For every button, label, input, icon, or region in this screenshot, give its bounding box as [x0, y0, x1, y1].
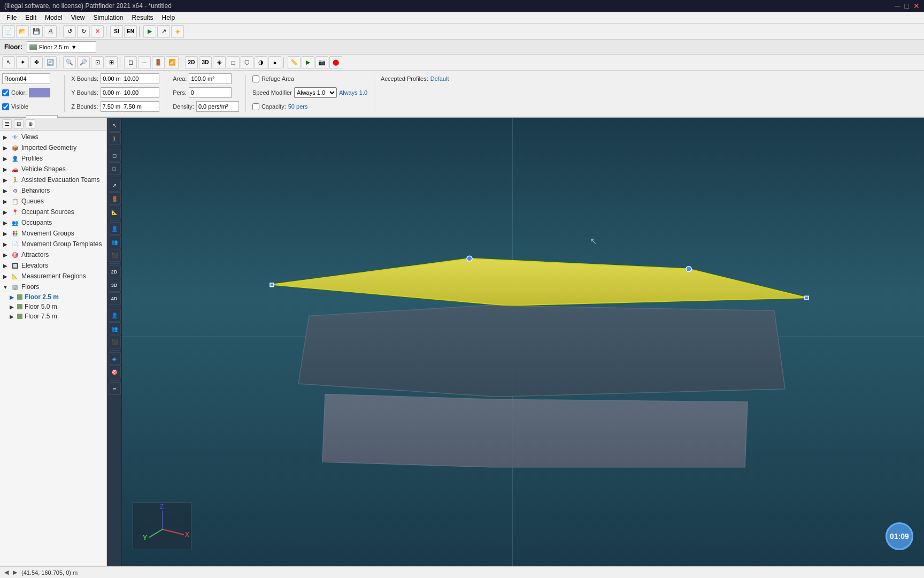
vtb-box[interactable]: ⬛ [108, 336, 121, 348]
tool-select2[interactable]: ✦ [16, 56, 29, 69]
tree-item-views[interactable]: ▶ 👁 Views [0, 132, 106, 142]
vtb-door[interactable]: 🚪 [108, 192, 121, 205]
density-input[interactable] [196, 101, 239, 112]
vtb-num-2d[interactable]: 2D [108, 265, 121, 278]
queues-expand[interactable]: ▶ [2, 198, 9, 204]
evac-teams-expand[interactable]: ▶ [2, 177, 9, 183]
tree-item-behaviors[interactable]: ▶ ⚙ Behaviors [0, 185, 106, 196]
tool-fit[interactable]: ⊡ [91, 56, 104, 69]
tool-iso[interactable]: ◈ [213, 56, 226, 69]
floor-7-5-expand[interactable]: ▶ [9, 313, 15, 320]
close-button[interactable]: ✕ [913, 2, 920, 10]
ybounds-input[interactable] [101, 87, 159, 98]
speed-modifier-select[interactable]: Always 1.0 [294, 87, 337, 98]
tool-orbit[interactable]: 🔄 [44, 56, 57, 69]
tree-item-movement-group-templates[interactable]: ▶ 📄 Movement Group Templates [0, 239, 106, 249]
tree-item-occupants[interactable]: ▶ 👥 Occupants [0, 217, 106, 228]
tool-shade-flat[interactable]: ◑ [255, 56, 267, 69]
menu-help[interactable]: Help [158, 13, 180, 22]
occupants-expand[interactable]: ▶ [2, 219, 9, 226]
floor-dropdown-arrow[interactable]: ▼ [71, 44, 77, 50]
color-swatch[interactable] [29, 88, 50, 97]
menu-view[interactable]: View [67, 13, 89, 22]
tool-camera[interactable]: 📷 [315, 56, 328, 69]
tree-item-queues[interactable]: ▶ 📋 Queues [0, 196, 106, 207]
vtb-group2[interactable]: 👥 [108, 322, 121, 335]
tool-shade-none[interactable]: □ [227, 56, 240, 69]
refuge-checkbox[interactable] [252, 75, 259, 82]
menu-edit[interactable]: Edit [21, 13, 41, 22]
vtb-person2[interactable]: 👤 [108, 222, 121, 235]
menu-model[interactable]: Model [41, 13, 67, 22]
room-name-input[interactable] [2, 73, 50, 84]
menu-results[interactable]: Results [128, 13, 158, 22]
color-checkbox[interactable] [2, 89, 9, 96]
vtb-move[interactable]: ⬛ [108, 249, 121, 262]
run-button[interactable]: ▶ [143, 25, 156, 38]
tool-shade-smooth[interactable]: ● [268, 56, 281, 69]
tree-item-floor-2-5[interactable]: ▶ Floor 2.5 m [6, 292, 106, 302]
tree-item-evac-teams[interactable]: ▶ 🏃 Assisted Evacuation Teams [0, 174, 106, 185]
undo-button[interactable]: ↺ [63, 25, 76, 38]
tool-draw-wall[interactable]: ─ [138, 56, 151, 69]
tool-zoom-in[interactable]: 🔍 [63, 56, 76, 69]
tree-item-occupant-sources[interactable]: ▶ 📍 Occupant Sources [0, 207, 106, 217]
tree-collapse[interactable]: ⊟ [14, 119, 24, 129]
floor-2-5-expand[interactable]: ▶ [9, 294, 15, 300]
vtb-group[interactable]: 👥 [108, 235, 121, 248]
pers-input[interactable] [189, 87, 232, 98]
attractors-expand[interactable]: ▶ [2, 252, 9, 258]
tree-item-imported-geo[interactable]: ▶ 📦 Imported Geometry [0, 142, 106, 153]
area-input[interactable] [189, 73, 232, 84]
tree-item-movement-groups[interactable]: ▶ 👫 Movement Groups [0, 228, 106, 239]
zbounds-input[interactable] [101, 101, 159, 112]
tree-item-measurement-regions[interactable]: ▶ 📐 Measurement Regions [0, 271, 106, 282]
accepted-profiles-value[interactable]: Default [430, 75, 449, 82]
vtb-person3[interactable]: 👤 [108, 309, 121, 322]
visible-checkbox[interactable] [2, 103, 9, 110]
vtb-meas[interactable]: 📐 [108, 206, 121, 218]
measurement-regions-expand[interactable]: ▶ [2, 273, 9, 279]
menu-file[interactable]: File [2, 13, 21, 22]
results-button[interactable]: ◈ [171, 25, 184, 38]
sim-button[interactable]: ↗ [157, 25, 170, 38]
status-forward[interactable]: ▶ [13, 569, 17, 576]
tool-anim-play[interactable]: ▶ [302, 56, 314, 69]
views-expand[interactable]: ▶ [2, 134, 9, 140]
speed-link[interactable]: Always 1.0 [339, 89, 367, 96]
tool-record[interactable]: ⬤ [329, 56, 342, 69]
minimize-button[interactable]: ─ [895, 2, 900, 10]
vtb-stair[interactable]: ↗ [108, 179, 121, 192]
tool-draw-room[interactable]: ◻ [124, 56, 137, 69]
stop-button[interactable]: ✕ [91, 25, 104, 38]
3d-viewport[interactable]: ↖ X Y Z 01:09 [122, 118, 924, 566]
en-button[interactable]: EN [124, 25, 137, 38]
elevators-expand[interactable]: ▶ [2, 262, 9, 269]
imported-geo-expand[interactable]: ▶ [2, 144, 9, 151]
xbounds-input[interactable] [101, 73, 159, 84]
floors-expand[interactable]: ▼ [2, 284, 9, 290]
tool-draw-stair[interactable]: 📶 [166, 56, 179, 69]
vtb-num-iso[interactable]: 4D [108, 292, 121, 305]
capacity-value[interactable]: 50 pers [288, 103, 308, 110]
tool-measure[interactable]: 📏 [288, 56, 301, 69]
tool-region-zoom[interactable]: ⊞ [105, 56, 118, 69]
tool-draw-door[interactable]: 🚪 [152, 56, 165, 69]
tool-pan[interactable]: ✥ [30, 56, 43, 69]
tree-add[interactable]: ⊕ [26, 119, 35, 129]
vtb-num-3d[interactable]: 3D [108, 279, 121, 292]
occupant-sources-expand[interactable]: ▶ [2, 209, 9, 215]
tool-3d[interactable]: 3D [199, 56, 212, 69]
maximize-button[interactable]: □ [905, 2, 909, 10]
profiles-expand[interactable]: ▶ [2, 155, 9, 162]
movement-group-templates-expand[interactable]: ▶ [2, 241, 9, 247]
tree-item-attractors[interactable]: ▶ 🎯 Attractors [0, 249, 106, 260]
tree-item-vehicle-shapes[interactable]: ▶ 🚗 Vehicle Shapes [0, 164, 106, 174]
floor-selector[interactable]: Floor 2.5 m ▼ [27, 41, 96, 53]
redo-button[interactable]: ↻ [77, 25, 90, 38]
movement-groups-expand[interactable]: ▶ [2, 230, 9, 237]
vtb-pointer[interactable]: ↖ [108, 119, 121, 132]
tree-item-profiles[interactable]: ▶ 👤 Profiles [0, 153, 106, 164]
open-button[interactable]: 📂 [16, 25, 29, 38]
vtb-ref[interactable]: ◈ [108, 352, 121, 365]
